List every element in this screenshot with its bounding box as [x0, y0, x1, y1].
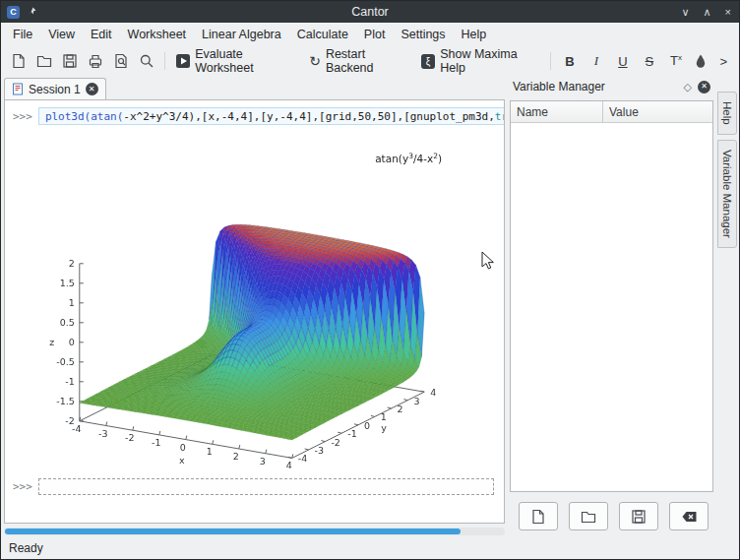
- italic-button[interactable]: I: [583, 50, 609, 72]
- panel-close-icon[interactable]: ✕: [698, 81, 710, 93]
- statusbar: Ready: [1, 537, 739, 559]
- search-icon: [139, 53, 154, 69]
- status-text: Ready: [9, 541, 43, 555]
- vm-load-button[interactable]: [569, 502, 608, 530]
- toolbar-separator: [550, 52, 551, 70]
- open-button[interactable]: [31, 50, 57, 72]
- menu-calculate[interactable]: Calculate: [289, 25, 356, 44]
- main-area: Session 1 ✕ >>> plot3d(atan(-x^2+y^3/4),…: [1, 76, 739, 537]
- restart-label: Restart Backend: [326, 47, 411, 75]
- menu-worksheet[interactable]: Worksheet: [120, 25, 195, 44]
- session-tab-label: Session 1: [29, 83, 81, 96]
- restart-icon: ↻: [309, 53, 321, 69]
- clear-variables-icon: [681, 509, 698, 525]
- toolbar-separator: [164, 52, 165, 70]
- command-prompt-2: >>>: [13, 480, 32, 493]
- cantor-window: C Cantor ∨ ∧ × File View Edit Worksheet …: [0, 0, 740, 560]
- worksheet-doc-icon: [12, 83, 24, 95]
- variables-table: Name Value: [510, 100, 713, 492]
- detach-panel-icon[interactable]: ◇: [684, 81, 692, 93]
- menubar: File View Edit Worksheet Linear Algebra …: [1, 23, 739, 46]
- evaluate-worksheet-button[interactable]: Evaluate Worksheet: [170, 44, 304, 78]
- superscript-button[interactable]: Tx: [662, 50, 689, 71]
- maxima-help-label: Show Maxima Help: [440, 47, 540, 75]
- menu-settings[interactable]: Settings: [393, 25, 453, 44]
- save-icon: [631, 509, 647, 525]
- bold-button[interactable]: B: [556, 51, 583, 72]
- open-folder-icon: [581, 509, 596, 525]
- menu-file[interactable]: File: [5, 25, 40, 44]
- print-preview-icon: [113, 53, 129, 69]
- strikethrough-button[interactable]: S: [636, 51, 662, 72]
- session-tabbar: Session 1 ✕: [4, 76, 505, 99]
- command-token: -x^2+y^3/4),[x,-4,4],[y,-4,4],[grid,50,5…: [123, 110, 495, 123]
- print-icon: [88, 53, 103, 69]
- worksheet-panel: Session 1 ✕ >>> plot3d(atan(-x^2+y^3/4),…: [4, 76, 505, 537]
- command-token: plot3d(: [45, 110, 91, 123]
- side-tab-variable-manager[interactable]: Variable Manager: [717, 140, 737, 248]
- command-text: plot3d(atan(-x^2+y^3/4),[x,-4,4],[y,-4,4…: [45, 110, 505, 123]
- menu-linear-algebra[interactable]: Linear Algebra: [194, 25, 289, 44]
- restart-backend-button[interactable]: ↻ Restart Backend: [304, 44, 416, 78]
- menu-edit[interactable]: Edit: [83, 25, 120, 44]
- menu-help[interactable]: Help: [454, 25, 495, 44]
- side-tab-help[interactable]: Help: [717, 92, 737, 135]
- text-color-button[interactable]: [689, 50, 712, 72]
- command-entry[interactable]: plot3d(atan(-x^2+y^3/4),[x,-4,4],[y,-4,4…: [38, 107, 505, 125]
- print-preview-button[interactable]: [108, 50, 134, 72]
- session-tab[interactable]: Session 1 ✕: [4, 78, 106, 99]
- variable-manager-toolbar: [519, 502, 709, 529]
- play-icon: [175, 53, 190, 69]
- column-header-name: Name: [511, 101, 603, 122]
- empty-command-entry[interactable]: [38, 478, 494, 495]
- toolbar-overflow-button[interactable]: >: [712, 52, 734, 71]
- print-button[interactable]: [83, 50, 108, 72]
- horizontal-scrollbar[interactable]: [4, 528, 505, 535]
- underline-button[interactable]: U: [609, 51, 636, 72]
- plot3d-output-image: [31, 135, 493, 474]
- toolbar: Evaluate Worksheet ↻ Restart Backend ξ S…: [1, 46, 739, 76]
- variable-manager-title: Variable Manager: [513, 80, 678, 93]
- save-icon: [62, 53, 78, 69]
- new-worksheet-button[interactable]: [6, 50, 31, 72]
- column-header-value: Value: [603, 105, 639, 119]
- menu-view[interactable]: View: [40, 25, 83, 44]
- command-token: true: [495, 110, 505, 123]
- worksheet: >>> plot3d(atan(-x^2+y^3/4),[x,-4,4],[y,…: [4, 99, 505, 524]
- side-tab-strip: Help Variable Manager: [716, 76, 739, 537]
- save-button[interactable]: [57, 50, 83, 72]
- scrollbar-thumb[interactable]: [5, 529, 461, 534]
- window-title: Cantor: [1, 5, 739, 19]
- new-file-icon: [530, 509, 546, 525]
- command-prompt: >>>: [13, 110, 32, 123]
- show-maxima-help-button[interactable]: ξ Show Maxima Help: [416, 44, 545, 78]
- tab-close-icon[interactable]: ✕: [86, 83, 98, 95]
- evaluate-label: Evaluate Worksheet: [195, 47, 299, 75]
- close-button[interactable]: ×: [725, 1, 731, 23]
- new-file-icon: [11, 53, 27, 69]
- minimize-button[interactable]: ∨: [681, 1, 689, 23]
- vm-new-button[interactable]: [519, 502, 558, 530]
- menu-plot[interactable]: Plot: [356, 25, 394, 44]
- open-folder-icon: [36, 53, 52, 69]
- titlebar: C Cantor ∨ ∧ ×: [1, 1, 739, 23]
- find-button[interactable]: [134, 50, 159, 72]
- command-token: atan(: [91, 110, 123, 123]
- variable-manager-panel: Variable Manager ◇ ✕ Name Value: [509, 77, 714, 535]
- vm-save-button[interactable]: [619, 502, 658, 530]
- maximize-button[interactable]: ∧: [704, 1, 711, 23]
- maxima-help-icon: ξ: [421, 54, 435, 69]
- ink-droplet-icon: [694, 53, 708, 69]
- vm-clear-button[interactable]: [669, 502, 709, 530]
